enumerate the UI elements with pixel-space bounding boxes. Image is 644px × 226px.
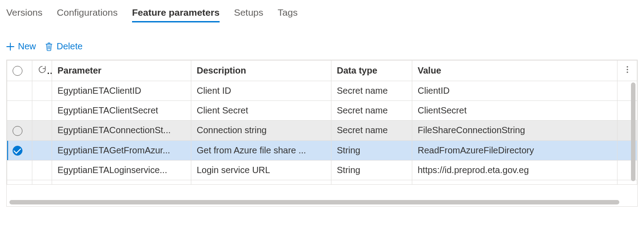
cell-parameter[interactable]: EgyptianETAClientSecret: [52, 101, 191, 121]
plus-icon: [6, 43, 14, 51]
tab-label: Tags: [278, 7, 297, 17]
table-row[interactable]: EgyptianETAClientIDClient IDSecret nameC…: [7, 81, 637, 101]
tab-tags[interactable]: Tags: [278, 5, 297, 22]
delete-button[interactable]: Delete: [45, 41, 83, 52]
row-gutter-cell: [32, 101, 52, 121]
row-select-cell[interactable]: [7, 121, 32, 141]
row-select-cell[interactable]: [7, 101, 32, 121]
cell-text: ReadFromAzureFileDirectory: [418, 145, 534, 155]
cell-text: Secret name: [337, 86, 388, 96]
row-select-cell[interactable]: [7, 81, 32, 101]
tab-configurations[interactable]: Configurations: [57, 5, 118, 22]
cell-data-type[interactable]: String: [331, 161, 412, 180]
circle-icon: [13, 126, 22, 136]
col-value[interactable]: Value: [412, 61, 618, 81]
col-parameter[interactable]: Parameter: [52, 61, 191, 81]
cell-data-type[interactable]: Secret name: [331, 121, 412, 141]
cell-text: Secret name: [337, 105, 388, 115]
cell-text: https://id.preprod.eta.gov.eg: [418, 165, 529, 175]
cell-text: String: [337, 145, 360, 155]
clipped-cell: [412, 180, 618, 185]
command-bar: New Delete: [6, 41, 638, 52]
trash-icon: [45, 42, 53, 51]
row-gutter-cell: [32, 140, 52, 161]
cell-description[interactable]: Get from Azure file share ...: [191, 140, 331, 161]
cell-description[interactable]: Login service URL: [191, 161, 331, 180]
cell-text: ClientID: [418, 86, 450, 96]
tab-setups[interactable]: Setups: [234, 5, 263, 22]
cell-text: Client ID: [197, 86, 231, 96]
cell-text: EgyptianETALoginservice...: [57, 165, 167, 175]
tab-feature-parameters[interactable]: Feature parameters: [132, 5, 220, 22]
table-row[interactable]: EgyptianETAClientSecretClient SecretSecr…: [7, 101, 637, 121]
cell-value[interactable]: https://id.preprod.eta.gov.eg: [412, 161, 618, 180]
delete-label: Delete: [57, 41, 83, 52]
row-gutter-cell: [32, 121, 52, 141]
clipped-cell: [32, 180, 52, 185]
tab-label: Feature parameters: [132, 7, 220, 17]
new-label: New: [18, 41, 36, 52]
tab-label: Configurations: [57, 7, 118, 17]
cell-text: Get from Azure file share ...: [197, 145, 306, 155]
vertical-scrollbar[interactable]: [630, 61, 636, 197]
cell-text: FileShareConnectionString: [418, 125, 525, 135]
parameters-grid: Parameter Description Data type Value Eg…: [6, 60, 638, 207]
checkmark-circle-icon: [13, 146, 22, 156]
col-label: Data type: [337, 65, 377, 75]
tab-bar: Versions Configurations Feature paramete…: [6, 5, 638, 23]
cell-text: Secret name: [337, 125, 388, 135]
cell-value[interactable]: ClientSecret: [412, 101, 618, 121]
cell-description[interactable]: Client ID: [191, 81, 331, 101]
table-row[interactable]: EgyptianETAConnectionSt...Connection str…: [7, 121, 637, 141]
clipped-cell: [191, 180, 331, 185]
col-label: Value: [418, 65, 441, 75]
clipped-cell: [7, 180, 32, 185]
tab-label: Setups: [234, 7, 263, 17]
cell-data-type[interactable]: Secret name: [331, 81, 412, 101]
svg-point-1: [626, 69, 628, 70]
new-button[interactable]: New: [6, 41, 36, 52]
select-all-cell[interactable]: [7, 61, 32, 81]
cell-text: EgyptianETAGetFromAzur...: [57, 145, 170, 155]
horizontal-scrollbar[interactable]: [8, 199, 636, 205]
row-select-cell[interactable]: [7, 161, 32, 180]
tab-versions[interactable]: Versions: [6, 5, 43, 22]
cell-text: EgyptianETAConnectionSt...: [57, 125, 171, 135]
cell-text: String: [337, 165, 360, 175]
cell-description[interactable]: Client Secret: [191, 101, 331, 121]
cell-text: Connection string: [197, 125, 267, 135]
cell-text: Login service URL: [197, 165, 270, 175]
refresh-column-header[interactable]: [32, 61, 52, 81]
cell-parameter[interactable]: EgyptianETAClientID: [52, 81, 191, 101]
select-all-circle-icon: [13, 66, 22, 76]
svg-point-2: [626, 71, 628, 73]
cell-text: Client Secret: [197, 105, 248, 115]
table-row[interactable]: EgyptianETALoginservice...Login service …: [7, 161, 637, 180]
table-row[interactable]: EgyptianETAGetFromAzur...Get from Azure …: [7, 140, 637, 161]
cell-parameter[interactable]: EgyptianETALoginservice...: [52, 161, 191, 180]
table-row-clipped: [7, 180, 637, 185]
cell-value[interactable]: FileShareConnectionString: [412, 121, 618, 141]
horizontal-scroll-thumb[interactable]: [9, 200, 619, 204]
cell-description[interactable]: Connection string: [191, 121, 331, 141]
grid-header-row: Parameter Description Data type Value: [7, 61, 637, 81]
row-gutter-cell: [32, 81, 52, 101]
row-select-cell[interactable]: [7, 140, 32, 161]
cell-parameter[interactable]: EgyptianETAConnectionSt...: [52, 121, 191, 141]
row-gutter-cell: [32, 161, 52, 180]
svg-point-0: [626, 66, 628, 67]
vertical-scroll-thumb[interactable]: [631, 83, 635, 181]
col-label: Description: [197, 65, 246, 75]
cell-data-type[interactable]: String: [331, 140, 412, 161]
col-description[interactable]: Description: [191, 61, 331, 81]
refresh-icon: [38, 65, 47, 76]
cell-data-type[interactable]: Secret name: [331, 101, 412, 121]
clipped-cell: [52, 180, 191, 185]
cell-text: ClientSecret: [418, 105, 467, 115]
tab-label: Versions: [6, 7, 43, 17]
cell-value[interactable]: ClientID: [412, 81, 618, 101]
cell-value[interactable]: ReadFromAzureFileDirectory: [412, 140, 618, 161]
cell-text: EgyptianETAClientID: [57, 86, 141, 96]
col-data-type[interactable]: Data type: [331, 61, 412, 81]
cell-parameter[interactable]: EgyptianETAGetFromAzur...: [52, 140, 191, 161]
